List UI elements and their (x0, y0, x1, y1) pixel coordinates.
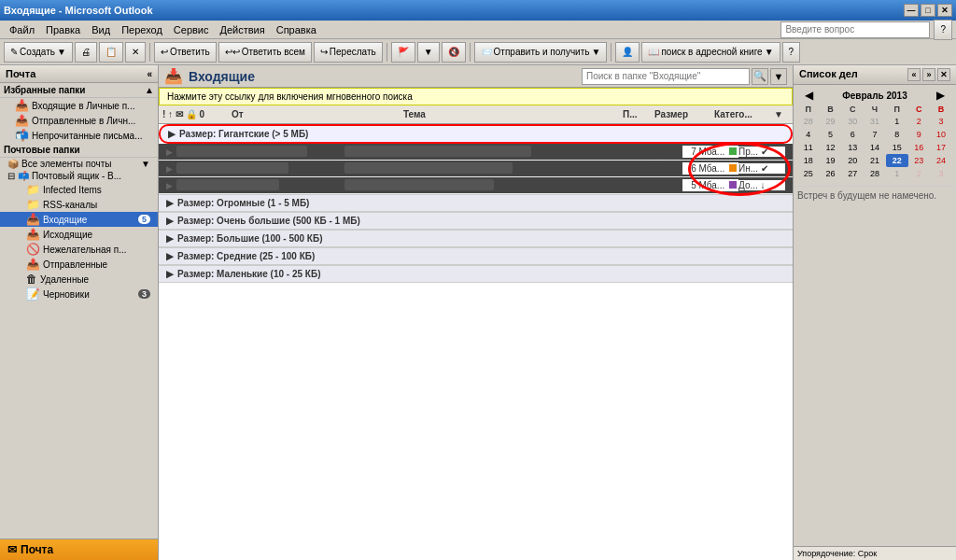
cal-day-22[interactable]: 22 (886, 154, 908, 167)
sidebar-item-deleted[interactable]: 🗑 Удаленные (0, 272, 158, 287)
menu-help[interactable]: Справка (271, 22, 322, 37)
calendar-expand-btn[interactable]: » (922, 68, 935, 81)
cal-day-16[interactable]: 16 (908, 141, 931, 154)
window-controls[interactable]: — □ ✕ (904, 4, 952, 17)
cal-day-25[interactable]: 25 (797, 167, 820, 180)
group-medium[interactable]: ▶ Размер: Средние (25 - 100 КБ) (159, 247, 793, 265)
print-button[interactable]: 🖨 (75, 42, 97, 63)
mail-nav-button[interactable]: ✉ Почта (0, 539, 158, 560)
menu-edit[interactable]: Правка (40, 22, 86, 37)
ordering-bar[interactable]: Упорядочение: Срок (794, 546, 956, 560)
menu-go[interactable]: Переход (116, 22, 168, 37)
calendar-header-btns[interactable]: « » ✕ (907, 68, 950, 81)
send-receive-button[interactable]: 📨 Отправить и получить ▼ (474, 42, 608, 63)
calendar-close-btn[interactable]: ✕ (937, 68, 950, 81)
sidebar-item-infected[interactable]: 📁 Infected Items (0, 182, 158, 197)
sidebar-item-inbox[interactable]: 📥 Входящие 5 (0, 212, 158, 227)
spam-button[interactable]: 🔇 (442, 42, 466, 63)
cal-day-23[interactable]: 23 (908, 154, 931, 167)
col-pages-header[interactable]: П... (623, 109, 651, 119)
cal-day-9[interactable]: 9 (908, 128, 931, 141)
col-subject-header[interactable]: Тема (403, 109, 619, 119)
cal-day-3[interactable]: 3 (930, 167, 952, 180)
cal-day-12[interactable]: 12 (820, 141, 842, 154)
menu-service[interactable]: Сервис (168, 22, 215, 37)
forward-button[interactable]: ↪ Переслать (314, 42, 383, 63)
cal-day-21[interactable]: 21 (864, 154, 886, 167)
calendar-shrink-btn[interactable]: « (907, 68, 921, 81)
cal-day-31[interactable]: 31 (864, 115, 886, 128)
contacts-button[interactable]: 👤 (615, 42, 640, 63)
cal-day-5[interactable]: 5 (820, 128, 842, 141)
sidebar-item-sent-favorites[interactable]: 📤 Отправленные в Личн... (0, 113, 158, 128)
sidebar-collapse-icon[interactable]: « (147, 69, 152, 79)
menu-view[interactable]: Вид (86, 22, 116, 37)
cal-day-4[interactable]: 4 (797, 128, 820, 141)
reply-button[interactable]: ↩ Ответить (154, 42, 217, 63)
sidebar-item-junk[interactable]: 🚫 Нежелательная п... (0, 242, 158, 257)
sidebar-mailbox[interactable]: ⊟ 📫 Почтовый ящик - В... (0, 170, 158, 182)
filter-button[interactable]: ▼ (417, 42, 440, 63)
cal-day-13[interactable]: 13 (841, 141, 864, 154)
cal-day-17[interactable]: 17 (930, 141, 952, 154)
group-large[interactable]: ▶ Размер: Большие (100 - 500 КБ) (159, 230, 793, 247)
cal-day-2[interactable]: 2 (908, 167, 931, 180)
cal-day-30[interactable]: 30 (841, 115, 864, 128)
cal-day-3[interactable]: 3 (930, 115, 952, 128)
cal-day-28[interactable]: 28 (797, 115, 820, 128)
cal-day-29[interactable]: 29 (820, 115, 842, 128)
next-month-btn[interactable]: ▶ (933, 89, 949, 102)
mailboxes-header[interactable]: Почтовые папки (0, 143, 158, 158)
flag-button[interactable]: 🚩 (391, 42, 415, 63)
group-small[interactable]: ▶ Размер: Маленькие (10 - 25 КБ) (159, 265, 793, 283)
email-row-1[interactable]: ▶ В... 7 Мба... (159, 144, 793, 161)
sidebar-item-outbox[interactable]: 📤 Исходящие (0, 227, 158, 242)
search-button[interactable]: 🔍 (752, 68, 768, 85)
group-giant[interactable]: ▶ Размер: Гигантские (> 5 МБ) (159, 124, 793, 144)
sidebar-item-inbox-favorites[interactable]: 📥 Входящие в Личные п... (0, 98, 158, 113)
cal-day-10[interactable]: 10 (930, 128, 952, 141)
cal-day-1[interactable]: 1 (886, 167, 908, 180)
cal-day-1[interactable]: 1 (886, 115, 908, 128)
group-very-large[interactable]: ▶ Размер: Очень большие (500 КБ - 1 МБ) (159, 212, 793, 230)
help-search-input[interactable] (780, 21, 930, 38)
help-btn-2[interactable]: ? (782, 42, 801, 63)
group-huge[interactable]: ▶ Размер: Огромные (1 - 5 МБ) (159, 194, 793, 212)
minimize-button[interactable]: — (904, 4, 919, 17)
cal-day-28[interactable]: 28 (864, 167, 886, 180)
cal-day-6[interactable]: 6 (841, 128, 864, 141)
cal-day-18[interactable]: 18 (797, 154, 820, 167)
col-from-header[interactable]: От (232, 109, 400, 119)
close-button[interactable]: ✕ (937, 4, 952, 17)
delete-button[interactable]: ✕ (125, 42, 146, 63)
email-row-3[interactable]: ▶ р... 5 Мба... (159, 177, 793, 194)
cal-day-7[interactable]: 7 (864, 128, 886, 141)
move-button[interactable]: 📋 (99, 42, 123, 63)
cal-day-27[interactable]: 27 (841, 167, 864, 180)
cal-day-14[interactable]: 14 (864, 141, 886, 154)
sidebar-item-sent[interactable]: 📤 Отправленные (0, 257, 158, 272)
content-search[interactable]: 🔍 ▼ (582, 68, 787, 85)
sidebar-item-unread-favorites[interactable]: 📬 Непрочитанные письма... (0, 128, 158, 143)
col-category-header[interactable]: Катего... (714, 109, 770, 119)
cal-day-20[interactable]: 20 (841, 154, 864, 167)
col-icons-header[interactable]: ! ↑ ✉ 🔒 0 (162, 109, 228, 119)
cal-day-11[interactable]: 11 (797, 141, 820, 154)
cal-day-8[interactable]: 8 (886, 128, 908, 141)
favorites-header[interactable]: Избранные папки ▲ (0, 83, 158, 98)
address-book-button[interactable]: 📖 поиск в адресной книге ▼ (641, 42, 780, 63)
sidebar-item-rss[interactable]: 📁 RSS-каналы (0, 197, 158, 212)
prev-month-btn[interactable]: ◀ (801, 89, 817, 102)
menu-file[interactable]: Файл (4, 22, 40, 37)
cal-day-24[interactable]: 24 (930, 154, 952, 167)
cal-day-15[interactable]: 15 (886, 141, 908, 154)
create-button[interactable]: ✎ Создать ▼ (4, 42, 73, 63)
reply-all-button[interactable]: ↩↩ Ответить всем (218, 42, 312, 63)
search-dropdown-btn[interactable]: ▼ (770, 68, 787, 85)
cal-day-19[interactable]: 19 (820, 154, 842, 167)
cal-day-2[interactable]: 2 (908, 115, 931, 128)
sidebar-item-drafts[interactable]: 📝 Черновики 3 (0, 287, 158, 301)
email-row-2[interactable]: ▶ тс... 6 Мба... (159, 161, 793, 177)
sidebar-mail-header[interactable]: Почта « (0, 65, 158, 83)
col-size-header[interactable]: Размер (654, 109, 710, 119)
